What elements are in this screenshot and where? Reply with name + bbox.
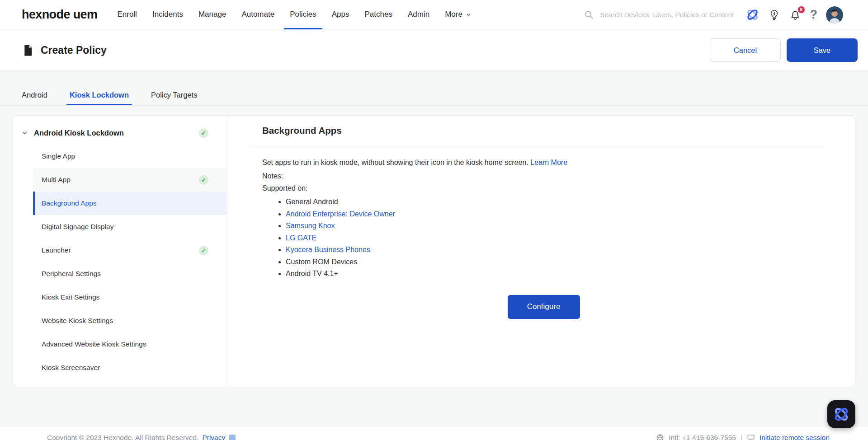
sidebar-item-single-app[interactable]: Single App xyxy=(33,145,227,168)
kyocera-business-phones-link[interactable]: Kyocera Business Phones xyxy=(286,246,370,253)
android-enterprise-link[interactable]: Android Enterprise: Device Owner xyxy=(286,210,395,218)
sidebar-item-launcher[interactable]: Launcher ✓ xyxy=(33,239,227,262)
learn-more-link[interactable]: Learn More xyxy=(530,159,567,166)
check-icon: ✓ xyxy=(199,175,208,185)
nav-item-admin[interactable]: Admin xyxy=(408,0,429,29)
check-icon: ✓ xyxy=(199,128,208,138)
hexnode-logo[interactable]: hexnode uem xyxy=(22,8,97,22)
list-item: Custom ROM Devices xyxy=(286,256,825,268)
hexnode-genie-icon xyxy=(832,405,850,423)
nav-item-enroll[interactable]: Enroll xyxy=(117,0,137,29)
privacy-link[interactable]: Privacy xyxy=(202,434,225,440)
help-icon[interactable]: ? xyxy=(810,8,818,22)
save-button[interactable]: Save xyxy=(787,38,858,62)
hexnode-genie-icon[interactable] xyxy=(745,8,760,22)
panel-description: Set apps to run in kiosk mode, without s… xyxy=(262,159,825,167)
list-item: LG GATE xyxy=(286,232,825,244)
chevron-down-icon xyxy=(21,130,28,136)
kiosk-settings-card: Android Kiosk Lockdown ✓ Single App Mult… xyxy=(13,115,855,387)
lg-gate-link[interactable]: LG GATE xyxy=(286,234,316,242)
kiosk-sidebar: Android Kiosk Lockdown ✓ Single App Mult… xyxy=(13,116,227,387)
sidebar-item-background-apps[interactable]: Background Apps xyxy=(33,192,227,215)
sidebar-item-advanced-website-kiosk-settings[interactable]: Advanced Website Kiosk Settings xyxy=(33,332,227,356)
footer-contact: Intl: +1-415-636-7555 | Initiate remote … xyxy=(656,434,830,440)
sidebar-item-peripheral-settings[interactable]: Peripheral Settings xyxy=(33,262,227,286)
list-item: Kyocera Business Phones xyxy=(286,244,825,256)
sidebar-item-digital-signage-display[interactable]: Digital Signage Display xyxy=(33,215,227,239)
sidebar-item-multi-app[interactable]: Multi App ✓ xyxy=(33,168,227,192)
monitor-icon xyxy=(747,434,755,440)
panel-divider xyxy=(249,146,825,146)
nav-item-apps[interactable]: Apps xyxy=(332,0,349,29)
screen: hexnode uem Enroll Incidents Manage Auto… xyxy=(0,0,868,440)
header-actions: Cancel Save xyxy=(710,38,858,62)
globe-icon xyxy=(656,434,664,440)
list-item: General Android xyxy=(286,196,825,208)
policy-document-icon xyxy=(23,44,33,56)
footer-copyright: Copyright © 2023 Hexnode. All Rights Res… xyxy=(47,434,236,440)
sidebar-group-android-kiosk-lockdown[interactable]: Android Kiosk Lockdown ✓ xyxy=(13,121,227,145)
sidebar-item-kiosk-screensaver[interactable]: Kiosk Screensaver xyxy=(33,356,227,379)
hexnode-chat-fab[interactable] xyxy=(827,400,855,428)
nav-item-patches[interactable]: Patches xyxy=(365,0,392,29)
footer: Copyright © 2023 Hexnode. All Rights Res… xyxy=(0,426,868,440)
page-header-bar: Create Policy Cancel Save xyxy=(0,30,868,71)
list-item: Android Enterprise: Device Owner xyxy=(286,208,825,220)
support-phone[interactable]: Intl: +1-415-636-7555 xyxy=(669,434,736,440)
search-icon xyxy=(584,10,594,20)
chevron-down-icon xyxy=(466,12,472,18)
sidebar-item-kiosk-exit-settings[interactable]: Kiosk Exit Settings xyxy=(33,286,227,309)
supported-platforms-list: General Android Android Enterprise: Devi… xyxy=(262,196,825,280)
check-icon: ✓ xyxy=(199,246,208,255)
nav-item-incidents[interactable]: Incidents xyxy=(152,0,183,29)
samsung-knox-link[interactable]: Samsung Knox xyxy=(286,222,335,229)
supported-on-label: Supported on: xyxy=(262,183,825,195)
whats-new-lightbulb-icon[interactable] xyxy=(768,9,780,21)
nav-item-policies[interactable]: Policies xyxy=(290,0,316,29)
main-nav: Enroll Incidents Manage Automate Policie… xyxy=(117,0,471,29)
global-search xyxy=(584,0,736,29)
configure-button[interactable]: Configure xyxy=(508,295,580,319)
nav-item-manage[interactable]: Manage xyxy=(198,0,226,29)
tab-kiosk-lockdown[interactable]: Kiosk Lockdown xyxy=(70,91,129,105)
tab-android[interactable]: Android xyxy=(22,91,47,105)
list-item: Samsung Knox xyxy=(286,220,825,232)
notes-label: Notes: xyxy=(262,170,825,183)
policy-tabs: Android Kiosk Lockdown Policy Targets xyxy=(0,71,868,106)
top-navigation-bar: hexnode uem Enroll Incidents Manage Auto… xyxy=(0,0,868,29)
sidebar-item-website-kiosk-settings[interactable]: Website Kiosk Settings xyxy=(33,309,227,332)
background-apps-panel: Background Apps Set apps to run in kiosk… xyxy=(227,116,855,387)
nav-item-automate[interactable]: Automate xyxy=(241,0,274,29)
cancel-button[interactable]: Cancel xyxy=(710,38,781,62)
nav-item-more[interactable]: More xyxy=(445,0,472,29)
header-icon-group: 8 ? xyxy=(745,0,868,29)
search-input[interactable] xyxy=(600,11,736,19)
user-avatar[interactable] xyxy=(826,6,843,23)
page-title: Create Policy xyxy=(23,44,107,56)
notifications-bell-icon[interactable]: 8 xyxy=(789,9,802,21)
panel-title: Background Apps xyxy=(262,125,825,136)
remote-session-link[interactable]: Initiate remote session xyxy=(760,434,830,440)
notification-count-badge: 8 xyxy=(797,6,805,14)
privacy-seal-icon xyxy=(229,435,236,440)
tab-policy-targets[interactable]: Policy Targets xyxy=(151,91,197,105)
configure-wrap: Configure xyxy=(262,295,825,319)
list-item: Android TV 4.1+ xyxy=(286,268,825,280)
